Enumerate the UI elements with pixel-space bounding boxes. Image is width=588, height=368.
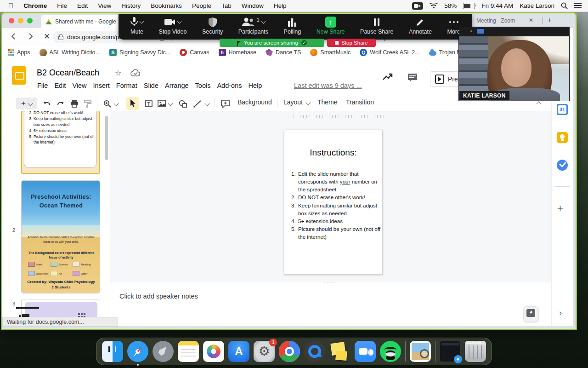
launchpad-dock-icon[interactable] [153, 341, 174, 362]
stickies-dock-icon[interactable] [329, 341, 351, 362]
slide-list-item[interactable]: Keep formatting similar but adjust box s… [297, 201, 382, 217]
tab-shared-with-me[interactable]: Shared with me - Google [41, 15, 124, 28]
transition-button[interactable]: Transition [346, 98, 374, 106]
redo-button[interactable] [57, 101, 65, 107]
filmstrip-scrollbar[interactable] [105, 116, 108, 160]
menubar-item-people[interactable]: People [192, 2, 211, 9]
back-button[interactable] [10, 32, 18, 40]
google-slides-logo[interactable] [12, 66, 26, 85]
slides-menu-view[interactable]: View [69, 81, 90, 90]
hide-side-panel-icon[interactable]: › [559, 308, 562, 318]
slides-menu-arrange[interactable]: Arrange [162, 81, 192, 90]
slides-menu-help[interactable]: Help [245, 81, 265, 90]
slides-menu-format[interactable]: Format [113, 81, 141, 90]
safari-dock-icon[interactable] [127, 341, 148, 362]
menubar-item-history[interactable]: History [121, 2, 141, 9]
notification-center-icon[interactable] [574, 3, 582, 9]
bookmark-signing-savvy[interactable]: SSigning Savvy Dic... [109, 49, 170, 56]
menubar-item-bookmarks[interactable]: Bookmarks [151, 2, 182, 9]
slide-thumbnail-1-selected[interactable]: DO NOT erase other's work! Keep formatti… [21, 111, 100, 174]
add-addon-button[interactable]: + [557, 202, 563, 214]
menubar-user[interactable]: Katie Larson [520, 2, 554, 9]
new-slide-dropdown-icon[interactable] [28, 101, 33, 106]
mute-button[interactable]: Mute [130, 17, 143, 35]
tab-meeting-zoom[interactable]: Meeting - Zoom [476, 17, 515, 24]
bookmark-smartmusic[interactable]: SmartMusic [310, 49, 351, 56]
menubar-item-tab[interactable]: Tab [221, 2, 232, 9]
background-button[interactable]: Background [237, 98, 272, 106]
finder-dock-icon[interactable] [102, 341, 123, 362]
bookmark-trojan[interactable]: Trojan M [429, 49, 462, 56]
photos-dock-icon[interactable] [203, 341, 224, 362]
slide-heading[interactable]: Instructions: [284, 148, 382, 158]
new-tab-button[interactable]: + [547, 16, 552, 25]
video-window-control[interactable] [477, 29, 484, 34]
tab-close-icon[interactable]: ✕ [529, 17, 533, 23]
bookmark-apps[interactable]: Apps [8, 49, 30, 56]
bookmark-dance-ts[interactable]: Dance TS [266, 49, 301, 56]
apple-menu-icon[interactable]:  [8, 2, 13, 10]
collapse-toolbar-icon[interactable] [536, 101, 541, 106]
zoom-video-titlebar[interactable] [459, 27, 570, 36]
zoom-dropdown-icon[interactable] [113, 101, 119, 106]
mute-options-chevron[interactable] [140, 19, 144, 24]
wifi-icon[interactable] [430, 3, 438, 9]
menubar-app-name[interactable]: Chrome [23, 2, 47, 9]
google-keep-icon[interactable] [557, 132, 568, 143]
menubar-clock[interactable]: Fri 9:44 AM [481, 2, 513, 9]
more-button[interactable]: More [447, 17, 460, 35]
google-tasks-icon[interactable] [557, 160, 568, 171]
security-button[interactable]: Security [202, 17, 223, 35]
slide-thumbnail-2[interactable]: Preschool Activities:Ocean Themed Advanc… [21, 180, 100, 293]
insert-comment-button[interactable] [221, 100, 230, 108]
window-close-button[interactable] [9, 18, 14, 23]
app-store-dock-icon[interactable]: A [228, 341, 249, 362]
forward-button[interactable] [26, 32, 34, 40]
preview-dock-icon[interactable] [410, 341, 431, 362]
stop-loading-button[interactable]: ✕ [44, 32, 50, 41]
insert-line-button[interactable] [193, 100, 202, 108]
quicktime-dock-icon[interactable] [304, 341, 325, 362]
menubar-item-view[interactable]: View [98, 2, 111, 9]
undo-button[interactable] [43, 101, 51, 107]
insert-image-button[interactable] [158, 100, 166, 107]
chrome-dock-icon[interactable] [279, 341, 300, 362]
line-dropdown-icon[interactable] [204, 101, 209, 106]
participants-button[interactable]: 1 Participants [238, 17, 268, 35]
bookmark-homebase[interactable]: hHomebase [219, 49, 256, 56]
google-calendar-icon[interactable]: 31 [557, 104, 568, 115]
print-button[interactable] [70, 100, 79, 108]
participants-chevron[interactable] [261, 19, 266, 24]
zoom-tool-button[interactable] [103, 100, 111, 108]
document-title[interactable]: B2 Ocean/Beach [37, 68, 99, 78]
activity-trend-icon[interactable] [382, 73, 393, 82]
slide-list-item[interactable]: Edit the slide number that corresponds w… [297, 170, 382, 193]
slides-menu-slide[interactable]: Slide [141, 81, 162, 90]
text-box-button[interactable] [145, 100, 153, 108]
new-slide-button[interactable]: + [16, 98, 37, 109]
pause-share-button[interactable]: Pause Share [360, 17, 393, 35]
slides-menu-edit[interactable]: Edit [51, 81, 69, 90]
slides-menu-file[interactable]: File [34, 81, 51, 90]
slide-list-item[interactable]: DO NOT erase other's work! [297, 193, 382, 201]
screen-recording-icon[interactable] [412, 2, 423, 10]
window-zoom-button[interactable] [27, 18, 33, 23]
ssl-lock-icon[interactable] [58, 36, 63, 40]
zoom-dock-icon[interactable] [355, 341, 376, 362]
slide-list-item[interactable]: Picture should be your own (not off the … [297, 225, 382, 241]
image-dropdown-icon[interactable] [168, 101, 173, 106]
paint-format-button[interactable] [84, 100, 91, 108]
last-edit-link[interactable]: Last edit was 9 days ... [294, 82, 362, 89]
stop-video-button[interactable]: Stop Video [159, 17, 187, 35]
bookmark-canvas[interactable]: Canvas [180, 49, 209, 56]
bookmark-asl-writing[interactable]: ASL Writing Dictio... [40, 49, 100, 56]
comment-history-icon[interactable] [407, 73, 418, 83]
current-slide[interactable]: Instructions: Edit the slide number that… [284, 130, 383, 275]
theme-button[interactable]: Theme [317, 98, 338, 106]
spotify-dock-icon[interactable] [380, 341, 401, 362]
menubar-item-help[interactable]: Help [274, 2, 287, 9]
menubar-item-edit[interactable]: Edit [77, 2, 88, 9]
stop-share-button[interactable]: Stop Share [327, 39, 376, 47]
spotlight-search-icon[interactable] [561, 2, 568, 9]
insert-shape-button[interactable] [179, 100, 187, 108]
